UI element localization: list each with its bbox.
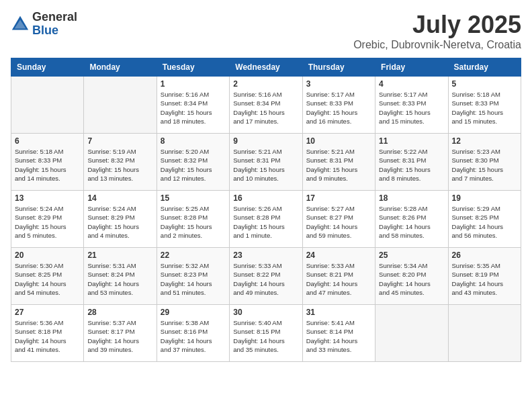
day-number: 22 — [161, 250, 226, 260]
week-row-5: 27Sunrise: 5:36 AM Sunset: 8:18 PM Dayli… — [11, 305, 521, 362]
day-number: 16 — [233, 193, 298, 203]
day-number: 13 — [15, 193, 80, 203]
calendar-cell: 19Sunrise: 5:29 AM Sunset: 8:25 PM Dayli… — [448, 191, 521, 248]
calendar-cell — [84, 77, 157, 134]
page-header: General Blue July 2025 Orebic, Dubrovnik… — [11, 11, 521, 51]
calendar-cell: 16Sunrise: 5:26 AM Sunset: 8:28 PM Dayli… — [230, 191, 302, 248]
day-number: 24 — [306, 250, 371, 260]
day-number: 27 — [15, 308, 80, 317]
location-title: Orebic, Dubrovnik-Neretva, Croatia — [353, 39, 521, 51]
calendar-cell: 13Sunrise: 5:24 AM Sunset: 8:29 PM Dayli… — [11, 191, 84, 248]
weekday-header-saturday: Saturday — [448, 58, 521, 77]
day-info: Sunrise: 5:16 AM Sunset: 8:34 PM Dayligh… — [233, 90, 298, 126]
weekday-header-monday: Monday — [84, 58, 157, 77]
day-number: 23 — [233, 250, 298, 260]
day-info: Sunrise: 5:30 AM Sunset: 8:25 PM Dayligh… — [15, 261, 80, 297]
calendar-cell: 21Sunrise: 5:31 AM Sunset: 8:24 PM Dayli… — [84, 248, 157, 305]
calendar-cell: 30Sunrise: 5:40 AM Sunset: 8:15 PM Dayli… — [230, 305, 302, 362]
calendar-table: SundayMondayTuesdayWednesdayThursdayFrid… — [11, 58, 521, 362]
day-info: Sunrise: 5:40 AM Sunset: 8:15 PM Dayligh… — [233, 318, 298, 354]
calendar-cell: 1Sunrise: 5:16 AM Sunset: 8:34 PM Daylig… — [157, 77, 229, 134]
day-info: Sunrise: 5:20 AM Sunset: 8:32 PM Dayligh… — [161, 147, 226, 183]
day-info: Sunrise: 5:25 AM Sunset: 8:28 PM Dayligh… — [161, 204, 226, 240]
calendar-cell: 17Sunrise: 5:27 AM Sunset: 8:27 PM Dayli… — [302, 191, 375, 248]
calendar-cell: 31Sunrise: 5:41 AM Sunset: 8:14 PM Dayli… — [302, 305, 375, 362]
week-row-2: 6Sunrise: 5:18 AM Sunset: 8:33 PM Daylig… — [11, 134, 521, 191]
day-info: Sunrise: 5:24 AM Sunset: 8:29 PM Dayligh… — [15, 204, 80, 240]
day-info: Sunrise: 5:28 AM Sunset: 8:26 PM Dayligh… — [379, 204, 444, 240]
day-number: 14 — [87, 193, 152, 203]
day-info: Sunrise: 5:19 AM Sunset: 8:32 PM Dayligh… — [87, 147, 152, 183]
day-info: Sunrise: 5:23 AM Sunset: 8:30 PM Dayligh… — [452, 147, 517, 183]
day-number: 10 — [306, 136, 371, 146]
calendar-cell — [11, 77, 84, 134]
day-info: Sunrise: 5:21 AM Sunset: 8:31 PM Dayligh… — [306, 147, 371, 183]
day-info: Sunrise: 5:16 AM Sunset: 8:34 PM Dayligh… — [161, 90, 226, 126]
calendar-cell: 8Sunrise: 5:20 AM Sunset: 8:32 PM Daylig… — [157, 134, 229, 191]
day-number: 31 — [306, 308, 371, 317]
day-info: Sunrise: 5:38 AM Sunset: 8:16 PM Dayligh… — [161, 318, 226, 354]
day-number: 29 — [161, 308, 226, 317]
calendar-cell: 7Sunrise: 5:19 AM Sunset: 8:32 PM Daylig… — [84, 134, 157, 191]
day-number: 30 — [233, 308, 298, 317]
day-number: 2 — [233, 79, 298, 89]
calendar-cell — [448, 305, 521, 362]
day-info: Sunrise: 5:18 AM Sunset: 8:33 PM Dayligh… — [452, 90, 517, 126]
day-info: Sunrise: 5:31 AM Sunset: 8:24 PM Dayligh… — [87, 261, 152, 297]
calendar-cell: 3Sunrise: 5:17 AM Sunset: 8:33 PM Daylig… — [302, 77, 375, 134]
day-number: 26 — [452, 250, 517, 260]
day-info: Sunrise: 5:21 AM Sunset: 8:31 PM Dayligh… — [233, 147, 298, 183]
month-title: July 2025 — [353, 11, 521, 39]
calendar-cell: 11Sunrise: 5:22 AM Sunset: 8:31 PM Dayli… — [375, 134, 448, 191]
calendar-cell: 24Sunrise: 5:33 AM Sunset: 8:21 PM Dayli… — [302, 248, 375, 305]
day-number: 3 — [306, 79, 371, 89]
day-info: Sunrise: 5:32 AM Sunset: 8:23 PM Dayligh… — [161, 261, 226, 297]
weekday-header-friday: Friday — [375, 58, 448, 77]
calendar-cell: 12Sunrise: 5:23 AM Sunset: 8:30 PM Dayli… — [448, 134, 521, 191]
week-row-4: 20Sunrise: 5:30 AM Sunset: 8:25 PM Dayli… — [11, 248, 521, 305]
calendar-cell: 25Sunrise: 5:34 AM Sunset: 8:20 PM Dayli… — [375, 248, 448, 305]
day-number: 11 — [379, 136, 444, 146]
calendar-cell: 27Sunrise: 5:36 AM Sunset: 8:18 PM Dayli… — [11, 305, 84, 362]
week-row-3: 13Sunrise: 5:24 AM Sunset: 8:29 PM Dayli… — [11, 191, 521, 248]
day-info: Sunrise: 5:26 AM Sunset: 8:28 PM Dayligh… — [233, 204, 298, 240]
logo-general-text: General — [32, 11, 77, 24]
week-row-1: 1Sunrise: 5:16 AM Sunset: 8:34 PM Daylig… — [11, 77, 521, 134]
weekday-header-wednesday: Wednesday — [230, 58, 302, 77]
day-number: 28 — [87, 308, 152, 317]
day-info: Sunrise: 5:18 AM Sunset: 8:33 PM Dayligh… — [15, 147, 80, 183]
calendar-cell: 10Sunrise: 5:21 AM Sunset: 8:31 PM Dayli… — [302, 134, 375, 191]
day-info: Sunrise: 5:33 AM Sunset: 8:21 PM Dayligh… — [306, 261, 371, 297]
day-info: Sunrise: 5:17 AM Sunset: 8:33 PM Dayligh… — [379, 90, 444, 126]
title-area: July 2025 Orebic, Dubrovnik-Neretva, Cro… — [353, 11, 521, 51]
day-number: 20 — [15, 250, 80, 260]
day-number: 17 — [306, 193, 371, 203]
calendar-cell — [375, 305, 448, 362]
day-number: 9 — [233, 136, 298, 146]
day-number: 18 — [379, 193, 444, 203]
day-number: 6 — [15, 136, 80, 146]
calendar-cell: 15Sunrise: 5:25 AM Sunset: 8:28 PM Dayli… — [157, 191, 229, 248]
calendar-cell: 29Sunrise: 5:38 AM Sunset: 8:16 PM Dayli… — [157, 305, 229, 362]
calendar-cell: 23Sunrise: 5:33 AM Sunset: 8:22 PM Dayli… — [230, 248, 302, 305]
day-info: Sunrise: 5:29 AM Sunset: 8:25 PM Dayligh… — [452, 204, 517, 240]
day-info: Sunrise: 5:27 AM Sunset: 8:27 PM Dayligh… — [306, 204, 371, 240]
calendar-cell: 26Sunrise: 5:35 AM Sunset: 8:19 PM Dayli… — [448, 248, 521, 305]
logo: General Blue — [11, 11, 77, 38]
day-number: 8 — [161, 136, 226, 146]
day-info: Sunrise: 5:36 AM Sunset: 8:18 PM Dayligh… — [15, 318, 80, 354]
day-number: 21 — [87, 250, 152, 260]
day-number: 7 — [87, 136, 152, 146]
day-number: 12 — [452, 136, 517, 146]
calendar-cell: 2Sunrise: 5:16 AM Sunset: 8:34 PM Daylig… — [230, 77, 302, 134]
calendar-cell: 6Sunrise: 5:18 AM Sunset: 8:33 PM Daylig… — [11, 134, 84, 191]
calendar-cell: 4Sunrise: 5:17 AM Sunset: 8:33 PM Daylig… — [375, 77, 448, 134]
calendar-cell: 22Sunrise: 5:32 AM Sunset: 8:23 PM Dayli… — [157, 248, 229, 305]
day-info: Sunrise: 5:33 AM Sunset: 8:22 PM Dayligh… — [233, 261, 298, 297]
day-number: 1 — [161, 79, 226, 89]
day-info: Sunrise: 5:24 AM Sunset: 8:29 PM Dayligh… — [87, 204, 152, 240]
day-info: Sunrise: 5:35 AM Sunset: 8:19 PM Dayligh… — [452, 261, 517, 297]
weekday-header-row: SundayMondayTuesdayWednesdayThursdayFrid… — [11, 58, 521, 77]
day-info: Sunrise: 5:22 AM Sunset: 8:31 PM Dayligh… — [379, 147, 444, 183]
day-info: Sunrise: 5:34 AM Sunset: 8:20 PM Dayligh… — [379, 261, 444, 297]
